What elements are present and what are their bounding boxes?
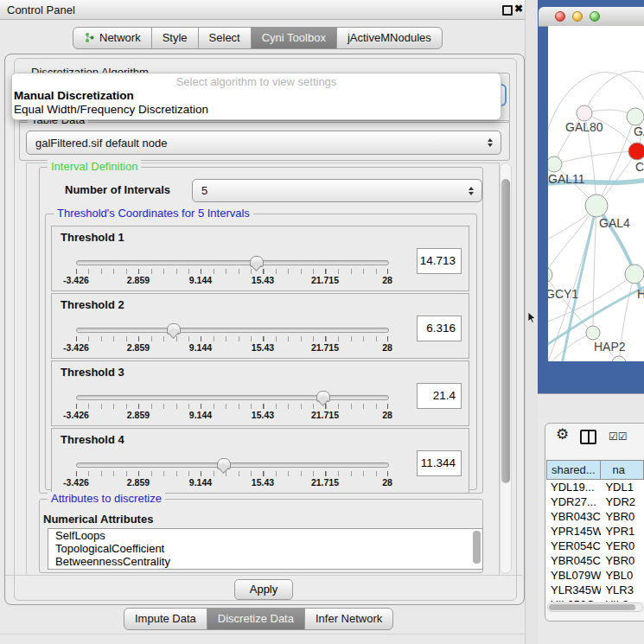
table-row[interactable]: YBL079WYBL0	[546, 568, 644, 583]
network-node-red[interactable]	[628, 143, 644, 160]
network-node-gcy1[interactable]	[548, 267, 552, 283]
table-panel-header: Table Panel	[538, 393, 644, 418]
threshold-panel-3: Threshold 3-3.4262.8599.14415.4321.71528…	[51, 360, 469, 426]
tick-label: 21.715	[311, 275, 339, 285]
threshold-slider[interactable]	[76, 462, 389, 468]
gear-icon[interactable]: ⚙	[556, 427, 569, 442]
table-row[interactable]: YER054CYER0	[546, 539, 644, 553]
table-horizontal-scrollbar[interactable]	[547, 603, 643, 612]
threshold-panel-1: Threshold 1-3.4262.8599.14415.4321.71528…	[51, 226, 469, 291]
network-node-gal4[interactable]	[585, 194, 608, 217]
interval-definition-group-title: Interval Definition	[48, 160, 141, 173]
table-cell: YER054C	[546, 539, 601, 553]
network-edge	[548, 333, 593, 361]
tab-style[interactable]: Style	[151, 27, 199, 49]
zoom-traffic-light-icon[interactable]	[590, 11, 600, 22]
close-icon[interactable]: ✖	[514, 3, 523, 15]
threshold-slider[interactable]	[76, 260, 389, 265]
column-header-name[interactable]: na	[600, 460, 644, 480]
mouse-cursor	[528, 312, 536, 323]
tick-label: -3.426	[63, 410, 89, 420]
slider-thumb[interactable]	[217, 458, 231, 469]
algorithm-option-equal-width[interactable]: Equal Width/Frequency Discretization	[12, 103, 501, 117]
table-cell: YDL1	[601, 480, 644, 494]
node-label-gcy1: GCY1	[548, 287, 578, 301]
float-window-icon[interactable]	[502, 5, 513, 16]
table-cell: YBR0	[601, 553, 644, 568]
network-canvas[interactable]: GAL80GACGAL11GAL4GCY1HHAP2	[548, 26, 644, 361]
list-item[interactable]: TopologicalCoefficient	[48, 542, 482, 555]
table-row[interactable]: YDL19...YDL1	[546, 480, 644, 494]
slider-thumb[interactable]	[167, 323, 181, 335]
tab-label: Network	[99, 31, 141, 44]
scrollbar-thumb[interactable]	[549, 604, 635, 610]
threshold-label: Threshold 1	[61, 231, 124, 244]
tab-infer-network[interactable]: Infer Network	[304, 608, 393, 630]
node-label-ga: GA	[634, 124, 644, 138]
tab-label: Cyni Toolbox	[262, 31, 326, 44]
split-columns-icon[interactable]	[580, 430, 596, 444]
threshold-value-field[interactable]: 11.344	[417, 450, 462, 476]
threshold-slider[interactable]	[76, 395, 389, 400]
tab-cyni-toolbox[interactable]: Cyni Toolbox	[251, 27, 337, 49]
threshold-value-field[interactable]: 21.4	[417, 383, 462, 409]
slider-thumb[interactable]	[316, 391, 330, 402]
tick-label: 2.859	[127, 477, 150, 488]
table-cell: YPR1	[601, 524, 644, 539]
tick-label: 15.43	[252, 275, 274, 285]
threshold-value-field[interactable]: 6.316	[417, 316, 462, 341]
minimize-traffic-light-icon[interactable]	[572, 11, 583, 22]
network-node-gal11[interactable]	[548, 156, 562, 172]
number-of-intervals-combobox[interactable]: 5	[192, 179, 482, 202]
table-cell: YLR345W	[546, 583, 601, 597]
tab-jactivemnodules[interactable]: jActiveMNodules	[336, 27, 443, 49]
tick-label: 2.859	[127, 275, 150, 285]
algorithm-option-manual[interactable]: Manual Discretization	[12, 89, 501, 103]
numerical-attributes-heading: Numerical Attributes	[43, 513, 153, 526]
slider-thumb[interactable]	[250, 256, 264, 267]
algorithm-popup-hint: Select algorithm to view settings	[12, 75, 501, 89]
threshold-value-field[interactable]: 14.713	[417, 248, 462, 274]
tick-label: -3.426	[63, 275, 89, 285]
list-item[interactable]: BetweennessCentrality	[48, 555, 482, 568]
table-cell: YIL052C	[546, 597, 601, 602]
table-row[interactable]: YDR27...YDR2	[546, 494, 644, 509]
list-item[interactable]: SelfLoops	[48, 529, 482, 542]
table-row[interactable]: YBR045CYBR0	[546, 553, 644, 568]
node-table[interactable]: shared... na YDL19...YDL1YDR27...YDR2YBR…	[546, 460, 644, 602]
close-traffic-light-icon[interactable]	[555, 11, 565, 22]
table-row[interactable]: YPR145WYPR1	[546, 524, 644, 539]
table-row[interactable]: YIL052CYIL0	[546, 597, 644, 602]
settings-vertical-scrollbar[interactable]	[500, 163, 512, 574]
threshold-label: Threshold 3	[61, 366, 124, 379]
table-row[interactable]: YBR043CYBR0	[546, 509, 644, 524]
numerical-attributes-list[interactable]: SelfLoopsTopologicalCoefficientBetweenne…	[48, 528, 483, 570]
tab-select[interactable]: Select	[198, 27, 252, 49]
thresholds-stack: Threshold 1-3.4262.8599.14415.4321.71528…	[51, 226, 469, 495]
table-data-combobox[interactable]: galFiltered.sif default node	[26, 131, 501, 155]
column-header-shared-name[interactable]: shared...	[546, 460, 601, 480]
slider-ticks	[76, 471, 388, 476]
scrollbar-thumb[interactable]	[501, 179, 510, 483]
network-node-hap2[interactable]	[586, 326, 600, 340]
tick-label: 21.715	[311, 477, 339, 488]
node-label-hap2: HAP2	[594, 340, 626, 354]
network-node-ga[interactable]	[627, 108, 644, 125]
list-scrollbar-thumb[interactable]	[473, 531, 481, 564]
checkboxes-icon[interactable]: ☑☑	[609, 430, 628, 443]
tick-label: 9.144	[189, 477, 212, 488]
table-row[interactable]: YLR345WYLR3	[546, 583, 644, 597]
tab-discretize-data[interactable]: Discretize Data	[207, 608, 305, 630]
tab-impute-data[interactable]: Impute Data	[124, 608, 207, 630]
slider-tick-labels: -3.4262.8599.14415.4321.71528	[76, 477, 387, 488]
tab-label: Impute Data	[135, 612, 196, 625]
control-panel-title: Control Panel	[7, 3, 75, 16]
network-node-gal80[interactable]	[577, 105, 592, 121]
combo-spinner-icon	[484, 138, 496, 147]
threshold-slider[interactable]	[76, 328, 389, 333]
network-node-h[interactable]	[625, 265, 644, 284]
tick-label: 9.144	[189, 410, 212, 420]
apply-button[interactable]: Apply	[234, 579, 293, 600]
tab-network[interactable]: Network	[73, 27, 152, 49]
tick-label: 15.43	[252, 342, 274, 353]
